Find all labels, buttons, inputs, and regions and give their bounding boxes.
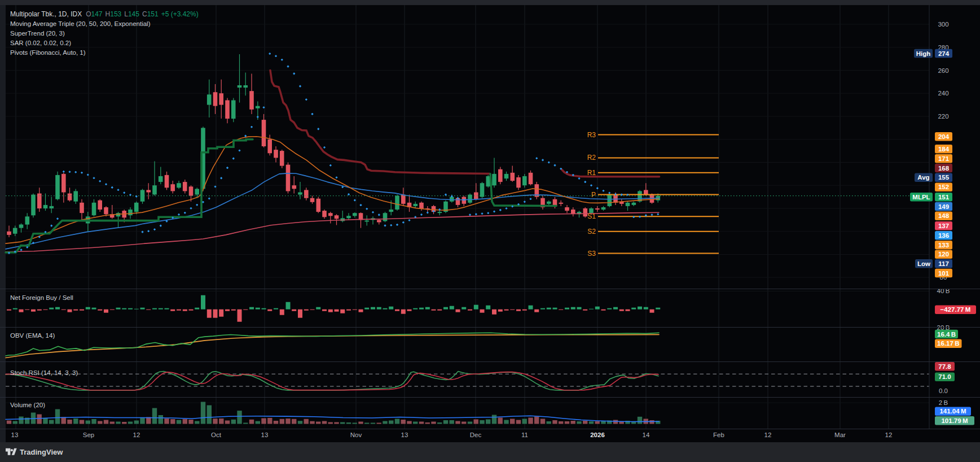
svg-text:204: 204 (938, 133, 950, 140)
svg-text:155: 155 (938, 174, 950, 181)
svg-text:16.17 B: 16.17 B (937, 340, 959, 347)
svg-text:R1: R1 (587, 169, 596, 177)
svg-text:SuperTrend (20, 3): SuperTrend (20, 3) (10, 30, 65, 37)
svg-text:120: 120 (938, 251, 949, 258)
svg-text:13: 13 (11, 432, 19, 438)
svg-text:SAR (0.02, 0.02, 0.2): SAR (0.02, 0.02, 0.2) (10, 40, 71, 46)
svg-text:0.0: 0.0 (939, 387, 948, 394)
svg-text:Moving Average Triple (20, 50,: Moving Average Triple (20, 50, 200, Expo… (10, 20, 151, 27)
svg-text:Stoch RSI (14, 14, 3, 3): Stoch RSI (14, 14, 3, 3) (10, 369, 78, 376)
svg-text:2026: 2026 (590, 432, 605, 438)
svg-text:S1: S1 (587, 212, 596, 220)
svg-text:40 B: 40 B (937, 287, 950, 294)
svg-text:300: 300 (938, 21, 948, 28)
svg-text:149: 149 (938, 203, 949, 210)
svg-text:TradingView: TradingView (20, 448, 63, 456)
svg-text:MLPL: MLPL (912, 194, 930, 201)
svg-text:274: 274 (938, 50, 950, 57)
svg-text:Avg: Avg (917, 174, 929, 181)
svg-text:151: 151 (938, 194, 950, 201)
svg-text:Pivots (Fibonacci, Auto, 1): Pivots (Fibonacci, Auto, 1) (10, 49, 86, 56)
svg-text:−427.77 M: −427.77 M (941, 306, 971, 313)
svg-text:168: 168 (938, 165, 950, 172)
svg-text:11: 11 (521, 432, 528, 438)
svg-text:13: 13 (401, 432, 408, 438)
svg-text:Volume (20): Volume (20) (10, 402, 45, 408)
svg-text:16.4 B: 16.4 B (937, 331, 956, 338)
svg-text:71.0: 71.0 (938, 373, 951, 380)
svg-text:S2: S2 (587, 228, 596, 236)
svg-text:136: 136 (938, 232, 949, 239)
svg-text:101: 101 (938, 270, 950, 277)
svg-text:P: P (591, 191, 596, 199)
svg-text:141.04 M: 141.04 M (939, 408, 966, 415)
svg-text:Feb: Feb (713, 432, 724, 438)
svg-text:101.79 M: 101.79 M (941, 417, 968, 424)
svg-text:High: High (916, 50, 931, 57)
svg-text:R3: R3 (587, 131, 596, 139)
svg-text:133: 133 (938, 242, 949, 249)
svg-text:Net Foreign Buy / Sell: Net Foreign Buy / Sell (10, 294, 73, 301)
svg-text:137: 137 (938, 223, 949, 229)
svg-text:Oct: Oct (211, 432, 222, 438)
svg-text:OBV (EMA, 14): OBV (EMA, 14) (10, 332, 55, 339)
svg-text:171: 171 (938, 155, 950, 162)
svg-text:14: 14 (643, 432, 650, 438)
svg-text:152: 152 (938, 184, 949, 190)
svg-text:2 B: 2 B (939, 399, 948, 406)
svg-text:R2: R2 (587, 154, 596, 162)
svg-text:Sep: Sep (83, 432, 94, 438)
svg-text:13: 13 (261, 432, 269, 438)
svg-text:184: 184 (938, 146, 950, 152)
svg-text:220: 220 (938, 113, 948, 120)
svg-text:Nov: Nov (350, 432, 362, 438)
svg-text:77.8: 77.8 (938, 363, 951, 370)
svg-text:S3: S3 (587, 250, 596, 258)
svg-text:Low: Low (917, 260, 930, 267)
svg-text:12: 12 (133, 432, 140, 438)
svg-text:Mar: Mar (834, 432, 846, 438)
svg-text:117: 117 (938, 260, 949, 267)
svg-text:148: 148 (938, 212, 950, 219)
svg-text:260: 260 (938, 67, 948, 74)
svg-text:Dec: Dec (470, 432, 482, 438)
svg-text:12: 12 (885, 432, 893, 438)
svg-text:12: 12 (764, 432, 772, 438)
svg-text:240: 240 (938, 90, 948, 97)
